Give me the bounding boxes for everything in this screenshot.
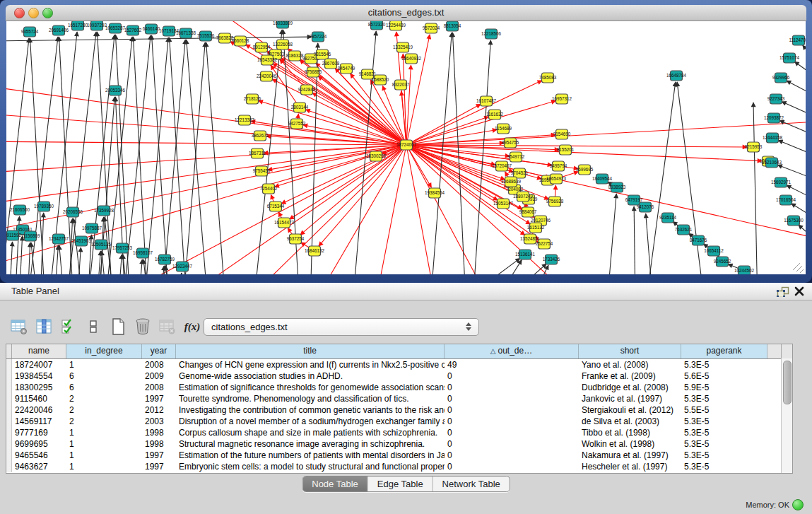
graph-node[interactable]: 12213383 [235,115,255,125]
graph-node[interactable]: 18409544 [592,174,613,184]
column-header-pagerank[interactable]: pagerank [681,344,767,358]
network-graph[interactable]: 1872400718300295193845548660128891295413… [6,21,806,274]
graph-edge[interactable] [501,264,546,274]
graph-node[interactable]: 16517280 [68,21,88,30]
table-cell[interactable]: 9699695 [12,438,66,450]
graph-node[interactable]: 9329966 [772,73,790,83]
graph-node[interactable]: 8322037 [392,80,410,90]
graph-node[interactable]: 11675300 [784,216,804,226]
table-cell[interactable]: Hescheler et al. (1997) [579,461,681,472]
graph-node[interactable]: 8155201 [557,145,575,155]
graph-edge[interactable] [178,273,182,274]
table-cell[interactable]: Disruption of a novel member of a sodium… [176,416,445,427]
table-cell[interactable]: Embryonic stem cells: a model to study s… [176,461,445,472]
column-header-in_degree[interactable]: in_degree [66,344,142,358]
table-cell[interactable]: 5.9E-5 [681,382,767,393]
table-cell[interactable]: 0 [445,382,579,393]
graph-edge[interactable] [19,236,23,274]
table-cell[interactable]: 6 [66,382,142,393]
table-cell[interactable]: 2008 [142,382,176,393]
graph-node[interactable]: 9242848 [298,85,316,95]
memory-status-indicator[interactable] [792,499,804,510]
graph-edge[interactable] [406,101,555,145]
graph-edge[interactable] [406,120,806,145]
graph-node[interactable]: 8454749 [338,64,355,74]
graph-edge[interactable] [6,113,406,145]
table-row[interactable]: 1830029562008Estimation of significance … [6,382,792,393]
graph-node[interactable]: 12923447 [172,262,193,271]
graph-edge[interactable] [160,266,164,274]
graph-node[interactable]: 7254402 [260,184,278,194]
graph-node[interactable]: 12254439 [386,21,406,30]
graph-node[interactable]: 2522754 [536,239,553,249]
table-cell[interactable]: Estimation of the future numbers of pati… [176,450,445,461]
table-cell[interactable]: 14569117 [12,416,66,427]
new-column-icon[interactable] [109,317,127,336]
graph-edge[interactable] [162,40,185,274]
table-cell[interactable]: Changes of HCN gene expression and I(f) … [176,359,445,370]
window-titlebar[interactable]: citations_edges.txt [6,5,806,21]
graph-node[interactable]: 9412076 [637,202,654,212]
table-cell[interactable]: 2 [66,416,142,427]
table-cell[interactable]: 5.3E-5 [681,416,767,427]
graph-edge[interactable] [753,103,758,274]
table-cell[interactable]: Wolkin et al. (1998) [579,438,681,450]
graph-edge[interactable] [634,206,635,274]
graph-node[interactable]: 7485083 [539,73,557,83]
graph-node[interactable]: 9235114 [659,213,677,223]
table-cell[interactable]: 6 [66,370,142,382]
graph-node[interactable]: 1527602 [124,25,142,35]
graph-edge[interactable] [139,259,142,274]
table-cell[interactable]: 5.3E-5 [681,461,767,472]
graph-edge[interactable] [272,79,406,145]
graph-node[interactable]: 15720407 [492,161,512,171]
table-cell[interactable]: 0 [445,393,579,404]
graph-edge[interactable] [646,82,676,274]
graph-edge[interactable] [59,245,64,274]
graph-node[interactable]: 6466140 [143,24,160,34]
column-header-short[interactable]: short [579,344,681,358]
table-cell[interactable]: 18300295 [12,382,66,393]
table-cell[interactable]: 1 [66,461,142,472]
graph-edge[interactable] [300,145,406,235]
table-cell[interactable]: Nakamura et al. (1997) [579,450,681,461]
vertical-scrollbar[interactable] [781,358,792,473]
graph-node[interactable]: 8572320 [368,21,386,30]
table-cell[interactable]: 49 [445,359,579,370]
graph-edge[interactable] [123,35,151,274]
table-cell[interactable]: 5.3E-5 [681,438,767,450]
table-cell[interactable]: 18724007 [12,359,66,370]
graph-edge[interactable] [406,81,542,145]
table-row[interactable]: 1938455462009Genome-wide association stu… [6,370,792,382]
graph-edge[interactable] [646,214,653,274]
graph-edge[interactable] [259,101,406,145]
graph-node[interactable]: 16671338 [176,28,196,38]
graph-node[interactable]: 9427552 [288,119,306,129]
table-cell[interactable]: 2009 [142,370,176,382]
table-cell[interactable]: 5.3E-5 [681,427,767,438]
table-cell[interactable]: 0 [445,438,579,450]
table-cell[interactable]: 2 [66,404,142,416]
table-cell[interactable]: Genome-wide association studies in ADHD. [176,370,445,382]
graph-node[interactable]: 11124706 [789,35,806,45]
graph-node[interactable]: 9549712 [507,152,525,162]
table-cell[interactable]: Investigating the contribution of common… [176,404,445,416]
table-cell[interactable]: Stergiakouli et al. (2012) [579,404,681,416]
table-mode-icon[interactable] [10,317,28,336]
table-cell[interactable]: 5.3E-5 [681,359,767,370]
table-cell[interactable]: 1997 [142,450,176,461]
table-cell[interactable]: 1997 [142,393,176,404]
graph-edge[interactable] [240,145,406,274]
table-cell[interactable]: Jankovic et al. (1997) [579,393,681,404]
table-row[interactable]: 946362711997Embryonic stem cells: a mode… [6,461,792,472]
graph-node[interactable]: 1588520 [372,75,389,85]
graph-node[interactable]: 17957253 [112,243,133,253]
table-cell[interactable]: Yano et al. (2008) [579,359,681,370]
graph-edge[interactable] [406,145,806,240]
graph-edge[interactable] [310,43,318,274]
graph-node[interactable]: 8660128 [232,36,249,46]
graph-edge[interactable] [133,37,148,274]
graph-node[interactable]: 3862671 [252,131,269,141]
table-cell[interactable]: 0 [445,404,579,416]
graph-edge[interactable] [118,255,122,274]
